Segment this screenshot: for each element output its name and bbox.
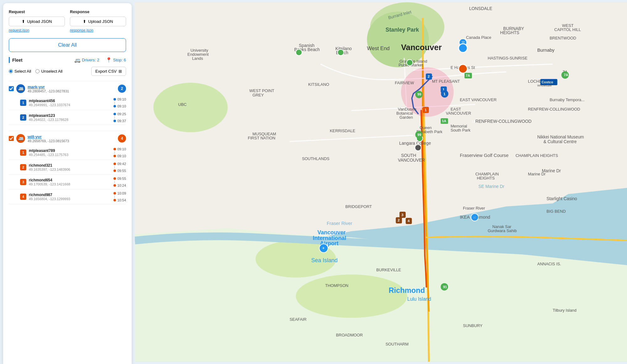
unselect-all-label[interactable]: Unselect All bbox=[35, 69, 62, 74]
stop-num-will-yvr-1: 2 bbox=[20, 164, 26, 170]
svg-text:Richmond: Richmond bbox=[389, 286, 425, 294]
time-connector bbox=[114, 195, 115, 198]
svg-text:South Park: South Park bbox=[450, 128, 471, 133]
time-connector bbox=[114, 151, 115, 154]
clear-all-button[interactable]: Clear All bbox=[9, 38, 126, 52]
svg-text:BRIDGEPORT: BRIDGEPORT bbox=[345, 204, 372, 209]
stops-stat: 📍 Stop: 6 bbox=[106, 57, 126, 63]
stop-times-mark-yvr-0: 09:10 09:10 bbox=[113, 97, 126, 108]
svg-text:SOUTH: SOUTH bbox=[401, 153, 416, 158]
driver-name-mark-yvr[interactable]: mark-yvr bbox=[28, 85, 115, 89]
svg-text:Gurdwara Sahib: Gurdwara Sahib bbox=[488, 228, 517, 233]
unselect-all-radio[interactable] bbox=[35, 69, 40, 73]
time-end-row-will-yvr-3: 10:54 bbox=[113, 198, 126, 202]
svg-text:Stanley Park: Stanley Park bbox=[386, 27, 419, 33]
stop-info-will-yvr-1: richmond321 49.1635397, -123.1483906 bbox=[29, 163, 111, 171]
time-dot-end bbox=[113, 199, 116, 201]
svg-point-96 bbox=[407, 60, 413, 66]
svg-text:VANCOUVER: VANCOUVER bbox=[398, 158, 425, 163]
svg-text:BRENTWOOD: BRENTWOOD bbox=[550, 36, 576, 40]
driver-row-will-yvr: 🚐 will-yvr 49.2658769, -123.0815673 4 bbox=[9, 134, 126, 143]
svg-text:91: 91 bbox=[443, 285, 447, 289]
time-start-row-will-yvr-2: 09:55 bbox=[113, 177, 126, 180]
drivers-count: Drivers: 2 bbox=[82, 58, 99, 62]
svg-text:RENFREW-COLLINGWOOD: RENFREW-COLLINGWOOD bbox=[528, 107, 580, 112]
stop-info-will-yvr-0: mtpleasant789 49.254485, -123.1175763 bbox=[29, 148, 111, 157]
time-start-mark-yvr-0: 09:10 bbox=[117, 97, 126, 101]
svg-text:SOUTHARM: SOUTHARM bbox=[386, 342, 408, 346]
svg-text:RENFREW-COLLINGWOOD: RENFREW-COLLINGWOOD bbox=[475, 119, 531, 124]
svg-text:HASTINGS-SUNRISE: HASTINGS-SUNRISE bbox=[488, 56, 528, 60]
svg-text:KERRISDALE: KERRISDALE bbox=[330, 128, 355, 133]
stop-coords-mark-yvr-0: 49.2649991, -123.1037674 bbox=[29, 103, 111, 107]
stop-coords-will-yvr-1: 49.1635397, -123.1483906 bbox=[29, 168, 111, 171]
driver-count-will-yvr: 4 bbox=[118, 134, 126, 143]
stop-row-will-yvr-3: 4 richmond987 49.1656804, -123.1299993 1… bbox=[9, 190, 126, 204]
driver-icon-mark-yvr: 🚐 bbox=[16, 84, 25, 93]
request-file-link[interactable]: request.json bbox=[9, 28, 65, 33]
svg-text:1A: 1A bbox=[472, 120, 476, 123]
svg-text:FIRST NATION: FIRST NATION bbox=[248, 136, 275, 140]
time-end-row-mark-yvr-0: 09:10 bbox=[113, 104, 126, 108]
driver-icon-will-yvr: 🚐 bbox=[16, 134, 25, 143]
stop-row-will-yvr-0: 1 mtpleasant789 49.254485, -123.1175763 … bbox=[9, 145, 126, 160]
svg-text:MT PLEASANT: MT PLEASANT bbox=[432, 79, 460, 84]
svg-text:SOUTHLANDS: SOUTHLANDS bbox=[302, 156, 329, 161]
stop-row-mark-yvr-1: 2 mtpleasant123 49.264022, -123.1178628 … bbox=[9, 110, 126, 125]
svg-text:Nikkei National Museum: Nikkei National Museum bbox=[537, 134, 584, 139]
time-connector bbox=[114, 166, 115, 169]
upload-response-button[interactable]: ⬆ Upload JSON bbox=[70, 17, 126, 26]
svg-text:2: 2 bbox=[398, 218, 400, 222]
select-all-label[interactable]: Select All bbox=[9, 69, 31, 74]
svg-text:Tilbury Island: Tilbury Island bbox=[553, 308, 577, 313]
stop-name-mark-yvr-1: mtpleasant123 bbox=[29, 113, 111, 118]
time-dot-end bbox=[113, 155, 116, 157]
stop-num-will-yvr-2: 3 bbox=[20, 179, 26, 185]
export-csv-button[interactable]: Export CSV ⊞ bbox=[91, 67, 126, 76]
driver-count-mark-yvr: 2 bbox=[118, 85, 126, 93]
svg-text:West End: West End bbox=[367, 45, 390, 51]
time-connector bbox=[114, 181, 115, 183]
time-end-will-yvr-2: 10:24 bbox=[117, 184, 126, 187]
time-dot-start bbox=[113, 148, 116, 150]
svg-text:SE Marine Dr: SE Marine Dr bbox=[478, 184, 504, 189]
driver-coords-will-yvr: 49.2658769, -123.0815673 bbox=[28, 139, 115, 143]
select-all-radio[interactable] bbox=[9, 69, 13, 73]
time-end-will-yvr-0: 09:10 bbox=[117, 154, 126, 158]
stop-num-will-yvr-3: 4 bbox=[20, 194, 26, 200]
export-table-icon: ⊞ bbox=[119, 69, 122, 74]
time-dot-end bbox=[113, 184, 116, 187]
driver-checkbox-mark-yvr[interactable] bbox=[9, 86, 14, 91]
time-start-will-yvr-3: 10:09 bbox=[117, 191, 126, 195]
time-start-row-will-yvr-3: 10:09 bbox=[113, 191, 126, 195]
stop-info-mark-yvr-1: mtpleasant123 49.264022, -123.1178628 bbox=[29, 113, 111, 122]
driver-info-will-yvr: will-yvr 49.2658769, -123.0815673 bbox=[28, 134, 115, 143]
time-dot-end bbox=[113, 169, 116, 172]
svg-text:SEAFAIR: SEAFAIR bbox=[290, 317, 307, 322]
stop-name-mark-yvr-0: mtpleasant456 bbox=[29, 99, 111, 103]
svg-text:✈: ✈ bbox=[322, 246, 325, 250]
svg-text:CAPITOL HILL: CAPITOL HILL bbox=[554, 27, 581, 32]
export-csv-label: Export CSV bbox=[95, 69, 117, 74]
time-end-row-will-yvr-2: 10:24 bbox=[113, 184, 126, 187]
driver-name-will-yvr[interactable]: will-yvr bbox=[28, 134, 115, 139]
stop-row-mark-yvr-0: 1 mtpleasant456 49.2649991, -123.1037674… bbox=[9, 96, 126, 110]
upload-icon-2: ⬆ bbox=[83, 19, 86, 24]
driver-checkbox-will-yvr[interactable] bbox=[9, 136, 14, 141]
upload-request-button[interactable]: ⬆ Upload JSON bbox=[9, 17, 65, 26]
svg-text:Lands: Lands bbox=[192, 56, 203, 61]
svg-point-97 bbox=[296, 49, 302, 55]
map-container[interactable]: Burrard Inlet Stanley Park West End Vanc… bbox=[135, 0, 627, 364]
svg-text:🛒: 🛒 bbox=[473, 216, 477, 220]
stop-coords-will-yvr-3: 49.1656804, -123.1299993 bbox=[29, 197, 111, 201]
upload-response-label: Upload JSON bbox=[88, 19, 113, 24]
response-file-link[interactable]: response.json bbox=[70, 28, 126, 33]
stop-row-will-yvr-1: 2 richmond321 49.1635397, -123.1483906 0… bbox=[9, 160, 126, 175]
left-panel: Request ⬆ Upload JSON request.json Respo… bbox=[3, 3, 132, 364]
svg-text:FAIRVIEW: FAIRVIEW bbox=[395, 81, 414, 85]
svg-text:EAST VANCOUVER: EAST VANCOUVER bbox=[460, 97, 497, 102]
svg-text:Lulu Island: Lulu Island bbox=[407, 296, 431, 302]
svg-text:4: 4 bbox=[408, 219, 410, 223]
svg-text:Burnaby: Burnaby bbox=[537, 48, 555, 53]
request-label: Request bbox=[9, 9, 65, 14]
